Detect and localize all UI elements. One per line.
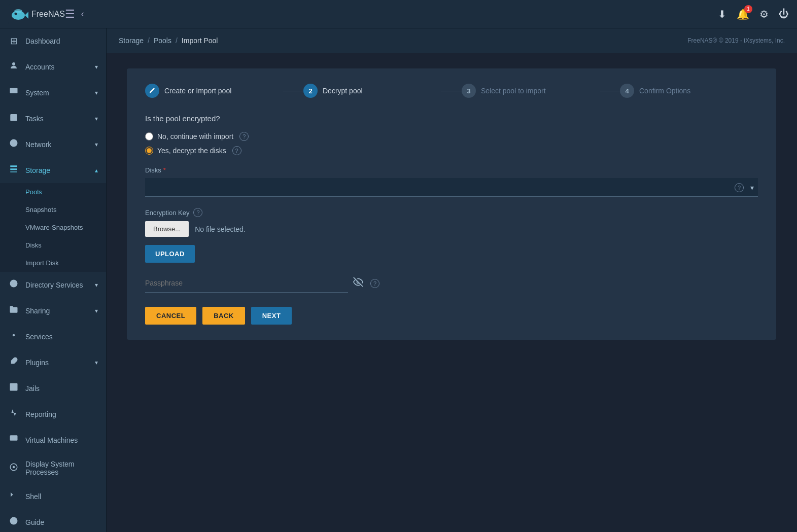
virtual-machines-icon <box>8 434 19 446</box>
file-row: Browse... No file selected. <box>145 221 758 237</box>
encryption-key-label-text: Encryption Key <box>145 209 189 217</box>
sidebar-item-reporting[interactable]: Reporting <box>0 401 106 427</box>
sidebar-label-virtual-machines: Virtual Machines <box>25 436 98 444</box>
eye-slash-icon[interactable] <box>353 277 363 290</box>
radio-no-help[interactable]: ? <box>239 132 249 141</box>
download-icon[interactable]: ⬇ <box>718 8 726 20</box>
sidebar-label-network: Network <box>25 140 89 149</box>
back-button[interactable]: BACK <box>202 307 245 325</box>
sidebar-label-accounts: Accounts <box>25 63 89 71</box>
radio-no-label[interactable]: No, continue with import ? <box>145 132 758 141</box>
passphrase-input-wrap <box>145 274 348 293</box>
action-row: CANCEL BACK NEXT <box>145 307 758 325</box>
sidebar-item-network[interactable]: Network ▾ <box>0 131 106 157</box>
cancel-button[interactable]: CANCEL <box>145 307 196 325</box>
breadcrumb-bar: Storage / Pools / Import Pool FreeNAS® ©… <box>107 28 797 53</box>
sidebar-item-virtual-machines[interactable]: Virtual Machines <box>0 427 106 453</box>
step-divider-3 <box>600 91 620 91</box>
sidebar-item-accounts[interactable]: Accounts ▾ <box>0 54 106 80</box>
step-divider-1 <box>283 91 303 91</box>
step-1: Create or Import pool <box>145 84 283 98</box>
topbar-actions: ⬇ 🔔 1 ⚙ ⏻ <box>718 8 789 20</box>
passphrase-input[interactable] <box>145 274 348 292</box>
sidebar-subitem-import-disk[interactable]: Import Disk <box>0 254 106 272</box>
sidebar-item-shell[interactable]: Shell <box>0 483 106 509</box>
passphrase-row: ? <box>145 274 758 293</box>
radio-yes-text: Yes, decrypt the disks <box>157 147 226 155</box>
sidebar-label-plugins: Plugins <box>25 359 89 367</box>
step-4-circle: 4 <box>620 84 634 98</box>
back-icon[interactable]: ‹ <box>81 9 84 19</box>
sidebar-item-plugins[interactable]: Plugins ▾ <box>0 349 106 375</box>
sidebar-item-sharing[interactable]: Sharing ▾ <box>0 298 106 324</box>
file-name-display: No file selected. <box>195 225 246 233</box>
sidebar-subitem-snapshots[interactable]: Snapshots <box>0 201 106 219</box>
sidebar-item-guide[interactable]: Guide <box>0 509 106 532</box>
accounts-icon <box>8 61 19 73</box>
plugins-arrow: ▾ <box>95 359 98 366</box>
sidebar-label-shell: Shell <box>25 492 98 501</box>
disks-row: Disks * ▾ ? <box>145 166 758 197</box>
sidebar-label-dashboard: Dashboard <box>25 37 98 45</box>
power-icon[interactable]: ⏻ <box>779 8 789 20</box>
sidebar-item-services[interactable]: Services <box>0 324 106 349</box>
step-3-circle: 3 <box>462 84 476 98</box>
sidebar-label-reporting: Reporting <box>25 410 98 418</box>
disks-select-wrapper: ▾ ? <box>145 178 758 197</box>
svg-rect-12 <box>10 383 18 391</box>
sidebar-item-storage[interactable]: Storage ▴ <box>0 157 106 183</box>
sidebar-item-display-system-processes[interactable]: Display System Processes <box>0 453 106 483</box>
settings-icon[interactable]: ⚙ <box>759 8 769 20</box>
radio-yes-label[interactable]: Yes, decrypt the disks ? <box>145 146 758 155</box>
logo-icon <box>8 4 28 24</box>
accounts-arrow: ▾ <box>95 63 98 70</box>
import-disk-label: Import Disk <box>25 259 59 267</box>
hamburger-icon[interactable]: ☰ <box>65 8 75 21</box>
pools-label: Pools <box>25 188 42 196</box>
sidebar-item-tasks[interactable]: Tasks ▾ <box>0 105 106 131</box>
sidebar-label-storage: Storage <box>25 166 89 174</box>
sidebar-item-jails[interactable]: Jails <box>0 375 106 401</box>
step-1-circle <box>145 84 159 98</box>
breadcrumb: Storage / Pools / Import Pool <box>119 37 218 45</box>
app-name: FreeNAS <box>31 10 65 19</box>
directory-services-icon <box>8 279 19 291</box>
svg-point-10 <box>12 282 15 285</box>
breadcrumb-storage[interactable]: Storage <box>119 37 144 45</box>
stepper: Create or Import pool 2 Decrypt pool 3 S… <box>145 84 758 98</box>
encryption-key-label: Encryption Key ? <box>145 208 758 217</box>
sidebar-label-directory-services: Directory Services <box>25 281 89 289</box>
dashboard-icon: ⊞ <box>8 36 19 47</box>
upload-button[interactable]: UPLOAD <box>145 245 195 263</box>
encrypt-question: Is the pool encrypted? <box>145 114 758 123</box>
storage-icon <box>8 164 19 176</box>
sidebar-item-system[interactable]: System ▾ <box>0 80 106 105</box>
sidebar-label-tasks: Tasks <box>25 115 89 123</box>
svg-rect-6 <box>10 88 18 93</box>
radio-no-text: No, continue with import <box>157 132 233 140</box>
sidebar-subitem-vmware-snapshots[interactable]: VMware-Snapshots <box>0 219 106 236</box>
sidebar-item-directory-services[interactable]: Directory Services ▾ <box>0 272 106 298</box>
disks-field-label: Disks * <box>145 166 758 174</box>
radio-yes-help[interactable]: ? <box>232 146 241 155</box>
encryption-key-help[interactable]: ? <box>193 208 202 217</box>
breadcrumb-pools[interactable]: Pools <box>154 37 171 45</box>
sidebar-subitem-disks[interactable]: Disks <box>0 236 106 254</box>
disks-select-help[interactable]: ? <box>735 183 744 192</box>
notifications-icon[interactable]: 🔔 1 <box>737 8 749 20</box>
next-button[interactable]: NEXT <box>251 307 292 325</box>
svg-rect-7 <box>10 114 17 121</box>
passphrase-help[interactable]: ? <box>370 279 379 288</box>
browse-button[interactable]: Browse... <box>145 221 189 237</box>
sidebar-item-dashboard[interactable]: ⊞ Dashboard <box>0 28 106 54</box>
radio-yes[interactable] <box>145 147 153 155</box>
wizard-panel: Create or Import pool 2 Decrypt pool 3 S… <box>127 68 776 340</box>
storage-submenu: Pools Snapshots VMware-Snapshots Disks I… <box>0 183 106 272</box>
sharing-icon <box>8 305 19 316</box>
tasks-arrow: ▾ <box>95 115 98 122</box>
sidebar-subitem-pools[interactable]: Pools <box>0 183 106 201</box>
disks-required: * <box>163 166 166 174</box>
radio-no[interactable] <box>145 132 153 140</box>
disks-select[interactable] <box>145 178 758 197</box>
svg-point-11 <box>13 334 15 337</box>
